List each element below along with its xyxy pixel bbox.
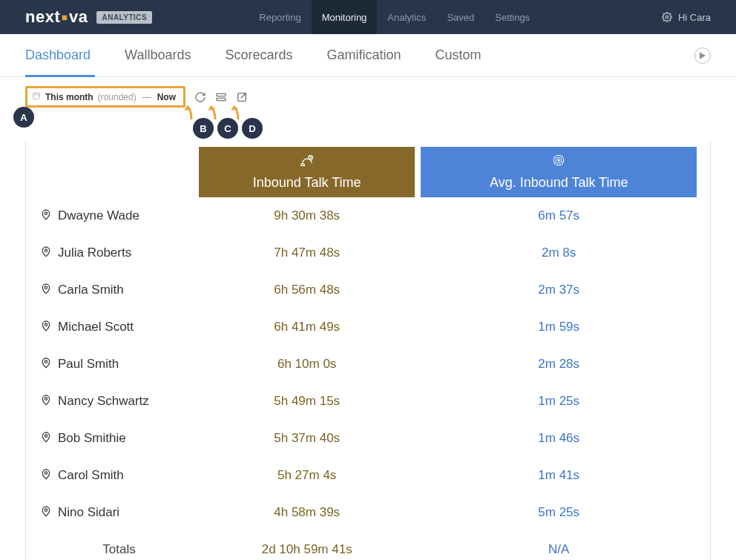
brand-analytics-badge: ANALYTICS (96, 11, 152, 24)
callout-arrow-icon (208, 103, 218, 119)
brand-logo[interactable]: next ▪ va ANALYTICS (25, 0, 152, 34)
totals-label: Totals (39, 531, 199, 560)
date-range-modifier: (rounded) (98, 92, 137, 102)
callout-a-badge: A (13, 107, 34, 128)
dashboard-toolbar: This month (rounded) — Now A B C D (0, 77, 736, 141)
svg-point-13 (45, 212, 47, 214)
table-row[interactable]: Paul Smith6h 10m 0s2m 28s (39, 346, 697, 383)
location-pin-icon (40, 429, 52, 448)
callout-arrow-icon (231, 103, 241, 119)
table-row[interactable]: Bob Smithie5h 37m 40s1m 46s (39, 420, 697, 457)
nav-saved[interactable]: Saved (436, 0, 484, 34)
tab-custom[interactable]: Custom (422, 34, 495, 76)
location-pin-icon (40, 392, 52, 411)
popout-button[interactable] (236, 91, 248, 103)
location-pin-icon (40, 281, 52, 300)
tab-gamification[interactable]: Gamification (313, 34, 414, 76)
agent-name: Carol Smith (58, 468, 124, 483)
svg-point-12 (558, 159, 559, 161)
avg-value: 1m 46s (421, 420, 697, 457)
target-icon (551, 154, 567, 171)
tab-dashboard[interactable]: Dashboard (25, 34, 104, 76)
inbound-value: 6h 41m 49s (199, 309, 415, 346)
inbound-value: 5h 49m 15s (199, 383, 415, 420)
agent-name: Carla Smith (58, 283, 124, 297)
svg-point-0 (666, 16, 668, 19)
agent-name: Nancy Schwartz (58, 394, 149, 409)
location-pin-icon (40, 318, 52, 337)
refresh-button[interactable] (194, 91, 206, 103)
totals-row: Totals 2d 10h 59m 41s N/A (39, 531, 697, 560)
inbound-value: 6h 56m 48s (199, 271, 415, 309)
svg-rect-4 (217, 98, 226, 100)
user-menu[interactable]: Hi Cara (662, 0, 711, 34)
location-pin-icon (40, 504, 52, 522)
tab-scorecards[interactable]: Scorecards (211, 34, 306, 76)
phone-duration-icon (299, 154, 315, 171)
agent-name: Michael Scott (58, 320, 134, 335)
column-header-avg[interactable]: Avg. Inbound Talk Time (421, 147, 697, 197)
svg-point-16 (45, 323, 47, 326)
inbound-value: 4h 58m 39s (199, 494, 415, 531)
callout-c-badge: C (217, 118, 238, 139)
secondary-nav: Dashboard Wallboards Scorecards Gamifica… (0, 34, 736, 77)
nav-analytics[interactable]: Analytics (377, 0, 436, 34)
table-row[interactable]: Michael Scott6h 41m 49s1m 59s (39, 309, 697, 346)
location-pin-icon (40, 244, 52, 263)
table-row[interactable]: Carol Smith5h 27m 4s1m 41s (39, 457, 697, 494)
agent-name: Paul Smith (58, 357, 119, 372)
inbound-value: 7h 47m 48s (199, 234, 415, 271)
agent-name: Bob Smithie (58, 431, 126, 446)
top-nav: next ▪ va ANALYTICS Reporting Monitoring… (0, 0, 736, 34)
nav-reporting[interactable]: Reporting (249, 0, 311, 34)
nav-monitoring[interactable]: Monitoring (312, 0, 378, 34)
agent-name: Julia Roberts (58, 246, 131, 260)
table-row[interactable]: Dwayne Wade9h 30m 38s6m 57s (39, 197, 697, 234)
nav-settings[interactable]: Settings (484, 0, 540, 34)
callout-arrow-icon (184, 103, 194, 119)
agent-name: Dwayne Wade (58, 208, 139, 223)
svg-point-18 (45, 398, 47, 400)
location-pin-icon (40, 355, 52, 374)
location-pin-icon (40, 467, 52, 485)
svg-point-14 (45, 249, 47, 251)
date-range-secondary: Now (157, 92, 176, 102)
svg-point-21 (45, 509, 47, 511)
brand-wordmark: next ▪ va (25, 7, 88, 27)
dashboard-card: Inbound Talk Time Avg. Inbound Talk Time (25, 141, 711, 560)
column-header-inbound[interactable]: Inbound Talk Time (199, 147, 415, 197)
callout-b-badge: B (193, 118, 214, 139)
tab-wallboards[interactable]: Wallboards (111, 34, 204, 76)
user-greeting: Hi Cara (678, 12, 711, 23)
date-range-picker[interactable]: This month (rounded) — Now (25, 86, 185, 108)
svg-point-19 (45, 435, 47, 437)
layout-toggle-button[interactable] (215, 91, 227, 103)
avg-value: 1m 59s (421, 309, 697, 346)
avg-value: 2m 28s (421, 346, 697, 383)
avg-value: 6m 57s (421, 197, 697, 234)
table-row[interactable]: Carla Smith6h 56m 48s2m 37s (39, 271, 697, 309)
date-range-primary: This month (45, 92, 93, 102)
avg-value: 2m 37s (421, 271, 697, 309)
location-pin-icon (40, 207, 52, 225)
play-button[interactable] (694, 47, 711, 64)
table-row[interactable]: Nancy Schwartz5h 49m 15s1m 25s (39, 383, 697, 420)
table-row[interactable]: Julia Roberts7h 47m 48s2m 8s (39, 234, 697, 271)
inbound-value: 6h 10m 0s (199, 346, 415, 383)
agent-name: Nino Sidari (58, 505, 119, 520)
callout-d-badge: D (242, 118, 263, 139)
inbound-value: 5h 27m 4s (199, 457, 415, 494)
talk-time-table: Inbound Talk Time Avg. Inbound Talk Time (39, 147, 697, 560)
calendar-icon (32, 91, 41, 102)
avg-value: 1m 41s (421, 457, 697, 494)
inbound-value: 9h 30m 38s (199, 197, 415, 234)
svg-point-20 (45, 472, 47, 474)
inbound-value: 5h 37m 40s (199, 420, 415, 457)
table-row[interactable]: Nino Sidari4h 58m 39s5m 25s (39, 494, 697, 531)
avg-value: 1m 25s (421, 383, 697, 420)
svg-point-17 (45, 360, 47, 363)
avg-value: 5m 25s (421, 494, 697, 531)
avg-value: 2m 8s (421, 234, 697, 271)
svg-rect-2 (33, 93, 40, 99)
totals-avg: N/A (421, 531, 697, 560)
